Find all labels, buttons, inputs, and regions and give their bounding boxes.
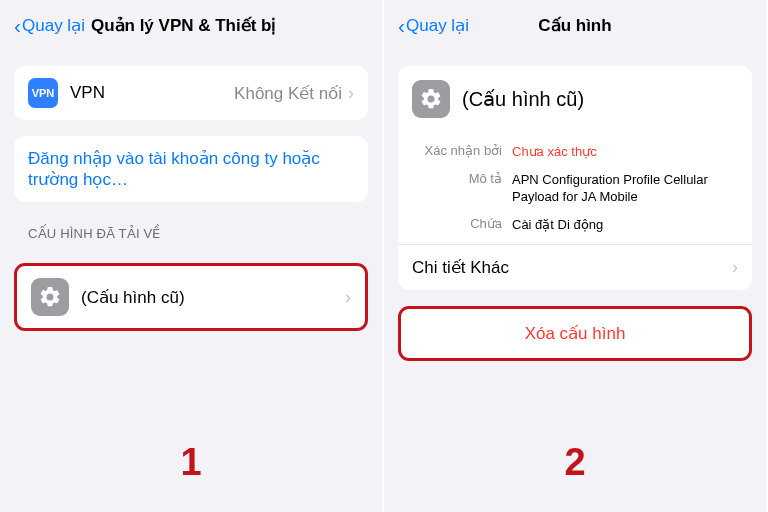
- screen-vpn-device-management: ‹ Quay lại Quản lý VPN & Thiết bị VPN VP…: [0, 0, 384, 512]
- vpn-status: Không Kết nối: [234, 83, 342, 104]
- screen-profile-detail: ‹ Quay lại Cấu hình (Cấu hình cũ) Xác nh…: [384, 0, 768, 512]
- navbar: ‹ Quay lại Quản lý VPN & Thiết bị: [0, 0, 382, 50]
- vpn-row[interactable]: VPN VPN Không Kết nối ›: [14, 66, 368, 120]
- contains-row: Chứa Cài đặt Di động: [398, 211, 752, 239]
- vpn-label: VPN: [70, 83, 234, 103]
- profile-detail-card: (Cấu hình cũ) Xác nhận bởi Chưa xác thực…: [398, 66, 752, 290]
- verified-by-value: Chưa xác thực: [512, 143, 738, 161]
- contains-label: Chứa: [412, 216, 512, 234]
- chevron-right-icon: ›: [345, 287, 351, 308]
- step-number: 2: [384, 441, 766, 484]
- profile-name: (Cấu hình cũ): [462, 87, 584, 111]
- verified-by-label: Xác nhận bởi: [412, 143, 512, 161]
- chevron-right-icon: ›: [348, 83, 354, 104]
- page-title: Quản lý VPN & Thiết bị: [91, 15, 277, 36]
- more-details-row[interactable]: Chi tiết Khác ›: [398, 244, 752, 290]
- back-label: Quay lại: [22, 15, 85, 36]
- profile-header-row: (Cấu hình cũ): [398, 66, 752, 132]
- contains-value: Cài đặt Di động: [512, 216, 738, 234]
- profile-name: (Cấu hình cũ): [81, 287, 345, 308]
- back-label: Quay lại: [406, 15, 469, 36]
- navbar: ‹ Quay lại Cấu hình: [384, 0, 766, 50]
- gear-icon: [31, 278, 69, 316]
- more-details-label: Chi tiết Khác: [412, 257, 732, 278]
- description-label: Mô tả: [412, 171, 512, 206]
- vpn-card: VPN VPN Không Kết nối ›: [14, 66, 368, 120]
- gear-icon: [412, 80, 450, 118]
- signin-card: Đăng nhập vào tài khoản công ty hoặc trư…: [14, 136, 368, 202]
- downloaded-profile-card: (Cấu hình cũ) ›: [14, 263, 368, 331]
- step-number: 1: [0, 441, 382, 484]
- vpn-icon: VPN: [28, 78, 58, 108]
- profile-row[interactable]: (Cấu hình cũ) ›: [17, 266, 365, 328]
- signin-link: Đăng nhập vào tài khoản công ty hoặc trư…: [28, 148, 354, 190]
- description-row: Mô tả APN Configuration Profile Cellular…: [398, 166, 752, 211]
- verified-by-row: Xác nhận bởi Chưa xác thực: [398, 138, 752, 166]
- delete-profile-card: Xóa cấu hình: [398, 306, 752, 361]
- signin-row[interactable]: Đăng nhập vào tài khoản công ty hoặc trư…: [14, 136, 368, 202]
- section-header-downloaded: CẤU HÌNH ĐÃ TẢI VỀ: [28, 226, 354, 241]
- chevron-right-icon: ›: [732, 257, 738, 278]
- back-button[interactable]: ‹ Quay lại: [14, 15, 85, 36]
- chevron-left-icon: ‹: [14, 15, 21, 36]
- delete-profile-button[interactable]: Xóa cấu hình: [401, 309, 749, 358]
- back-button[interactable]: ‹ Quay lại: [398, 15, 469, 36]
- description-value: APN Configuration Profile Cellular Paylo…: [512, 171, 738, 206]
- chevron-left-icon: ‹: [398, 15, 405, 36]
